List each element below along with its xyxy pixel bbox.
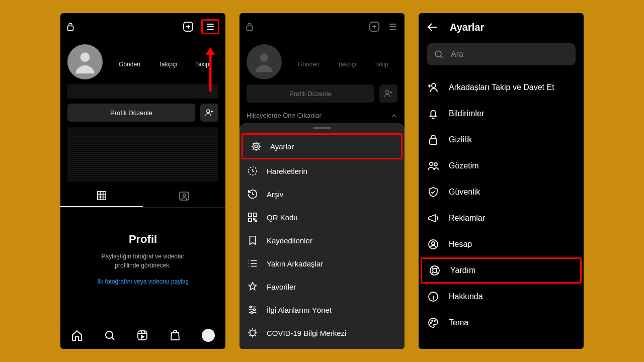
setting-about[interactable]: Hakkında: [419, 284, 584, 310]
avatar[interactable]: [67, 44, 103, 79]
shield-icon: [427, 186, 440, 198]
virus-icon: [247, 327, 259, 338]
arrow-left-icon: [427, 21, 439, 33]
setting-privacy[interactable]: Gizlilik: [419, 127, 584, 153]
setting-theme[interactable]: Tema: [419, 310, 584, 336]
bookmark-icon: [247, 235, 259, 246]
menu-item-close-friends[interactable]: Yakın Arkadaşlar: [239, 252, 405, 275]
svg-point-22: [254, 309, 256, 311]
avatar: [247, 44, 282, 79]
svg-point-21: [250, 306, 252, 308]
svg-point-4: [80, 52, 90, 62]
svg-point-5: [207, 110, 210, 113]
search-icon: [434, 49, 444, 59]
bottom-sheet: Ayarlar Hareketlerin Arşiv QR Kodu Kayde…: [239, 123, 405, 349]
svg-point-36: [432, 320, 433, 321]
privacy-lock: [66, 22, 74, 31]
setting-security[interactable]: Güvenlik: [419, 179, 584, 205]
activity-icon: [247, 165, 259, 176]
svg-point-37: [434, 320, 435, 321]
nav-shop[interactable]: [169, 329, 181, 341]
stat-followers[interactable]: Takipçi: [158, 61, 177, 68]
menu-item-favorites[interactable]: Favoriler: [239, 275, 405, 298]
empty-description: Paylaştığın fotoğraf ve videolarprofilin…: [75, 252, 210, 270]
setting-invite-friends[interactable]: Arkadaşları Takip ve Davet Et: [419, 74, 584, 101]
empty-state: Profil Paylaştığın fotoğraf ve videolarp…: [60, 208, 225, 285]
svg-point-24: [250, 330, 256, 336]
stat-following[interactable]: Takip: [195, 61, 209, 68]
page-title: Ayarlar: [450, 22, 484, 33]
setting-ads[interactable]: Reklamlar: [419, 205, 584, 231]
nav-profile[interactable]: [202, 329, 215, 342]
star-icon: [247, 281, 259, 292]
tab-grid[interactable]: [60, 185, 143, 207]
discover-people-button: [379, 84, 397, 103]
svg-point-28: [430, 162, 433, 166]
nav-reels[interactable]: [136, 329, 148, 341]
stat-following: Takip: [374, 61, 388, 68]
stat-posts: Gönderi: [298, 61, 319, 68]
setting-notifications[interactable]: Bildirimler: [419, 101, 584, 127]
search-input[interactable]: Ara: [427, 43, 576, 65]
svg-rect-10: [138, 331, 147, 340]
sheet-grabber[interactable]: [313, 127, 331, 129]
search-placeholder: Ara: [451, 50, 463, 59]
svg-point-13: [260, 53, 269, 62]
redacted-highlights: [67, 127, 218, 182]
svg-point-8: [183, 194, 186, 197]
svg-point-35: [431, 322, 432, 323]
svg-point-15: [253, 143, 260, 150]
edit-profile-button[interactable]: Profili Düzenle: [67, 104, 195, 122]
grid-icon: [96, 190, 107, 201]
tab-tagged[interactable]: [143, 185, 225, 207]
svg-point-9: [106, 331, 113, 338]
top-bar: [60, 13, 225, 40]
empty-title: Profil: [75, 233, 210, 246]
menu-item-saved[interactable]: Kaydedilenler: [239, 229, 405, 252]
privacy-lock: [246, 22, 254, 31]
lock-icon: [427, 134, 440, 146]
person-circle-icon: [427, 238, 440, 250]
setting-account[interactable]: Hesap: [419, 231, 584, 257]
back-button[interactable]: [427, 21, 439, 33]
menu-item-settings[interactable]: Ayarlar: [242, 133, 403, 159]
chevron-up-icon: [390, 112, 397, 119]
gear-icon: [250, 141, 262, 152]
svg-rect-19: [254, 213, 257, 216]
create-button[interactable]: [182, 21, 194, 33]
share-first-link[interactable]: İlk fotoğrafını veya videonu paylaş: [75, 278, 210, 285]
hamburger-icon: [205, 22, 216, 32]
sliders-icon: [247, 304, 259, 315]
nav-search[interactable]: [104, 329, 116, 341]
info-icon: [427, 291, 440, 303]
menu-item-interests[interactable]: İlgi Alanlarını Yönet: [239, 298, 405, 321]
profile-header: Gönderi Takipçi Takip: [60, 40, 225, 79]
stat-followers: Takipçi: [338, 61, 356, 68]
story-highlights-row: Hikayelerde Öne Çıkanlar: [239, 108, 405, 123]
menu-item-archive[interactable]: Arşiv: [239, 183, 405, 206]
svg-point-14: [386, 90, 389, 94]
profile-tabs: [60, 185, 225, 208]
setting-help-highlighted[interactable]: Yardım: [421, 257, 582, 284]
nav-home[interactable]: [71, 329, 83, 341]
list-icon: [247, 258, 259, 269]
bell-icon: [427, 108, 440, 120]
menu-item-qr[interactable]: QR Kodu: [239, 206, 405, 229]
menu-button[interactable]: [387, 22, 398, 32]
svg-point-26: [432, 83, 436, 87]
hamburger-icon: [387, 22, 398, 32]
stat-posts[interactable]: Gönderi: [119, 61, 140, 68]
menu-item-covid[interactable]: COVID-19 Bilgi Merkezi: [239, 321, 405, 344]
megaphone-icon: [427, 212, 440, 224]
top-bar: [239, 13, 405, 40]
create-button[interactable]: [368, 21, 380, 33]
qr-icon: [247, 212, 259, 223]
discover-people-button[interactable]: [200, 104, 218, 122]
profile-menu-screen: Gönderi Takipçi Takip Profili Düzenle Hi…: [239, 13, 405, 349]
svg-point-16: [255, 145, 258, 148]
menu-item-activity[interactable]: Hareketlerin: [239, 159, 405, 183]
svg-rect-20: [249, 218, 252, 221]
svg-rect-11: [247, 26, 253, 31]
setting-supervision[interactable]: Gözetim: [419, 153, 584, 179]
menu-button-highlighted[interactable]: [201, 19, 219, 34]
